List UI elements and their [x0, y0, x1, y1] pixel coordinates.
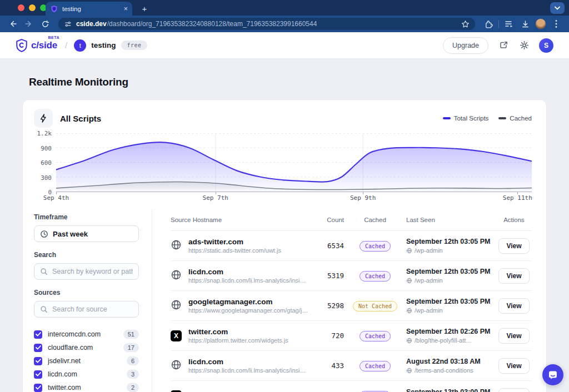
- view-button[interactable]: View: [498, 328, 529, 344]
- search-label: Search: [34, 251, 139, 259]
- source-filter-item: licdn.com 3: [34, 368, 139, 381]
- browser-menu-icon[interactable]: [550, 18, 562, 30]
- col-cached: Cached: [351, 217, 400, 223]
- url-path: /dashboard/org_7196353823240880128/team_…: [107, 20, 456, 28]
- browser-tabstrip: testing × +: [0, 0, 569, 16]
- search-icon: [40, 268, 48, 275]
- user-avatar[interactable]: S: [539, 38, 553, 53]
- table-header: Source Hostname Count Cached Last Seen A…: [171, 210, 532, 230]
- cached-badge: Cached: [360, 271, 391, 282]
- view-button[interactable]: View: [498, 268, 529, 284]
- view-button[interactable]: View: [498, 238, 529, 254]
- x-axis-label: Sep 11th: [503, 194, 532, 202]
- checkbox-checked[interactable]: [34, 357, 42, 365]
- hostname: licdn.com: [188, 358, 306, 366]
- y-axis-label: 900: [41, 144, 52, 152]
- search-icon: [40, 305, 48, 313]
- browser-profile-avatar[interactable]: [535, 18, 546, 29]
- col-count: Count: [316, 217, 344, 223]
- checkbox-checked[interactable]: [34, 370, 42, 379]
- hostname: licdn.com: [188, 268, 306, 276]
- source-name[interactable]: jsdelivr.net: [48, 357, 121, 365]
- window-controls: [18, 4, 47, 11]
- keyword-search-box: [34, 263, 139, 280]
- source-name[interactable]: intercomcdn.com: [48, 330, 118, 338]
- source-name[interactable]: cloudflare.com: [48, 344, 118, 351]
- source-name[interactable]: licdn.com: [48, 370, 121, 378]
- source-count-badge: 17: [123, 343, 139, 352]
- x-logo-icon: X: [171, 330, 182, 341]
- cached-badge: Cached: [360, 361, 391, 371]
- shield-logo-icon: [16, 39, 28, 52]
- settings-gear-icon[interactable]: [518, 40, 530, 51]
- view-button[interactable]: View: [498, 358, 529, 374]
- legend-item: Total Scripts: [443, 115, 489, 122]
- timeframe-value: Past week: [53, 230, 88, 238]
- new-tab-button[interactable]: +: [138, 2, 151, 14]
- team-avatar[interactable]: t: [74, 39, 86, 52]
- download-icon[interactable]: [519, 18, 531, 30]
- clock-icon: [40, 230, 48, 238]
- checkbox-checked[interactable]: [34, 344, 42, 352]
- checkbox-checked[interactable]: [34, 384, 42, 392]
- legend-item: Cached: [498, 115, 532, 122]
- main-content: Realtime Monitoring All Scripts Total Sc…: [0, 59, 569, 392]
- browser-chrome: testing × + cside.dev /dashboard/org_719…: [0, 0, 569, 32]
- browser-tab[interactable]: testing ×: [46, 2, 132, 16]
- chart-legend: Total ScriptsCached: [443, 115, 532, 122]
- brand-name: c/sideBETA: [31, 40, 58, 51]
- forward-icon[interactable]: [23, 18, 35, 30]
- view-button[interactable]: View: [498, 388, 529, 392]
- minimize-window-button[interactable]: [29, 4, 36, 11]
- table-row: X licdn.com https://snap.licdn.com/li.lm…: [171, 260, 532, 290]
- source-search-input[interactable]: [52, 305, 133, 313]
- source-filter-item: twitter.com 2: [34, 381, 139, 392]
- bookmark-star-icon[interactable]: [461, 19, 470, 28]
- sources-list: intercomcdn.com 51 cloudflare.com 17 jsd…: [34, 328, 139, 392]
- col-actions: Actions: [496, 217, 532, 223]
- source-search-box: [34, 301, 139, 318]
- sources-label: Sources: [34, 289, 139, 296]
- intercom-chat-button[interactable]: [542, 364, 563, 385]
- back-icon[interactable]: [7, 18, 19, 30]
- legend-swatch: [498, 117, 506, 119]
- globe-icon: [171, 299, 182, 313]
- upgrade-button[interactable]: Upgrade: [443, 37, 488, 54]
- plan-badge: free: [121, 41, 147, 50]
- cached-badge: Cached: [360, 241, 391, 252]
- close-window-button[interactable]: [18, 4, 24, 11]
- col-last-seen: Last Seen: [406, 217, 490, 223]
- lightning-bolt-icon: [34, 109, 53, 128]
- script-count: 433: [316, 361, 344, 370]
- keyword-search-input[interactable]: [52, 268, 133, 275]
- hostname: ads-twitter.com: [188, 238, 281, 246]
- site-info-icon[interactable]: [64, 20, 72, 28]
- page-title: Realtime Monitoring: [29, 76, 547, 88]
- app-header: c/sideBETA / t testing free Upgrade S: [0, 32, 569, 59]
- source-count-badge: 6: [127, 356, 139, 365]
- reading-list-icon[interactable]: [503, 18, 515, 30]
- filters-sidebar: Timeframe Past week Search Sources: [34, 210, 152, 392]
- chart-plot-area[interactable]: [56, 133, 532, 192]
- url-bar[interactable]: cside.dev /dashboard/org_719635382324088…: [58, 18, 475, 30]
- view-button[interactable]: View: [498, 298, 529, 314]
- page-globe-icon: [406, 278, 412, 284]
- window-chevron-button[interactable]: [550, 2, 565, 14]
- script-count: 720: [316, 331, 344, 340]
- hostname: twitter.com: [188, 328, 288, 336]
- scripts-table: Source Hostname Count Cached Last Seen A…: [152, 210, 546, 392]
- team-name[interactable]: testing: [91, 41, 116, 49]
- y-axis-label: 300: [41, 174, 52, 181]
- tab-close-icon[interactable]: ×: [123, 4, 128, 13]
- timeframe-select[interactable]: Past week: [34, 225, 139, 242]
- feedback-icon[interactable]: [498, 40, 509, 51]
- page-path: /terms-and-conditions: [415, 367, 473, 374]
- source-name[interactable]: twitter.com: [48, 384, 121, 391]
- checkbox-checked[interactable]: [34, 330, 42, 339]
- extensions-icon[interactable]: [482, 18, 495, 30]
- script-url: https://platform.twitter.com/widgets.js: [188, 337, 288, 344]
- page-path: /wp-admin: [415, 247, 443, 254]
- cside-logo[interactable]: c/sideBETA: [16, 39, 58, 52]
- reload-icon[interactable]: [39, 18, 51, 30]
- script-count: 5319: [316, 272, 344, 280]
